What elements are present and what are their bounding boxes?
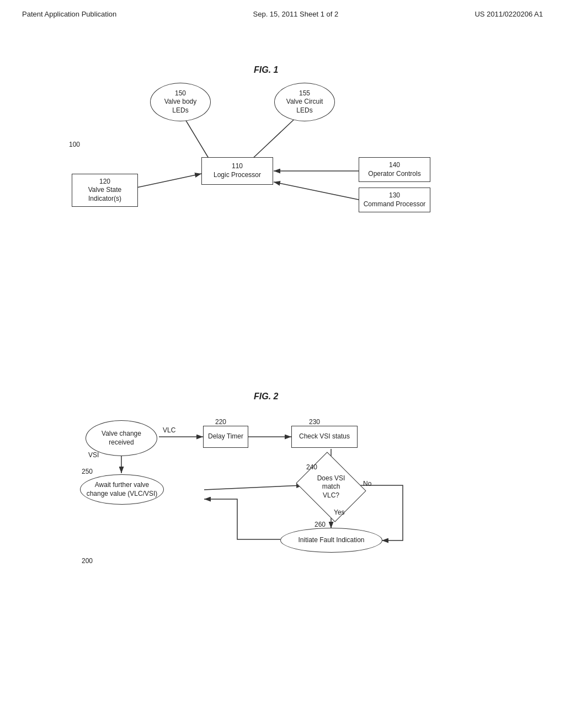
svg-line-2 (182, 114, 210, 160)
node-150: 150 Valve body LEDs (150, 83, 211, 121)
header-right: US 2011/0220206 A1 (475, 10, 543, 18)
node-250: Await further valve change value (VLC/VS… (80, 474, 164, 505)
svg-line-5 (274, 182, 359, 200)
node-240: Does VSI match VLC? (303, 465, 359, 509)
ref-250: 250 (82, 468, 93, 475)
ref-260: 260 (315, 521, 326, 528)
node-155: 155 Valve Circuit LEDs (274, 83, 335, 121)
node-120: 120 Valve State Indicator(s) (72, 174, 138, 207)
page-header: Patent Application Publication Sep. 15, … (0, 0, 565, 24)
fig1-label: FIG. 1 (254, 65, 278, 75)
svg-line-6 (137, 174, 201, 188)
node-220: Delay Timer (203, 426, 248, 448)
header-left: Patent Application Publication (22, 10, 116, 18)
node-110: 110 Logic Processor (201, 157, 273, 185)
ref-220: 220 (215, 418, 226, 426)
ref-240: 240 (306, 463, 317, 471)
fig1-ref100: 100 (69, 141, 80, 148)
node-130: 130 Command Processor (359, 188, 430, 212)
svg-line-12 (204, 485, 303, 490)
fig2-ref200: 200 (82, 557, 93, 565)
yes-label: Yes (334, 508, 345, 516)
ref-230: 230 (309, 418, 320, 426)
vsi-label: VSI (88, 451, 99, 459)
svg-line-3 (251, 114, 300, 160)
node-260: Initiate Fault Indication (280, 528, 382, 553)
header-center: Sep. 15, 2011 Sheet 1 of 2 (253, 10, 339, 18)
no-label: No (363, 480, 371, 488)
vlc-label: VLC (163, 426, 175, 434)
node-140: 140 Operator Controls (359, 157, 430, 182)
fig2-label: FIG. 2 (254, 392, 278, 402)
node-230: Check VSI status (291, 426, 358, 448)
